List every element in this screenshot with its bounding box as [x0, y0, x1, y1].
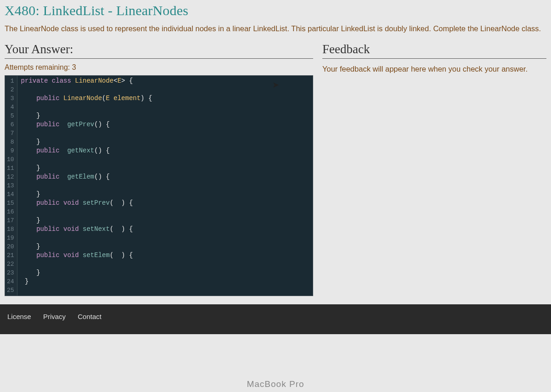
license-link[interactable]: License [7, 313, 31, 320]
privacy-link[interactable]: Privacy [43, 313, 66, 320]
cursor-icon: ➤ [272, 80, 279, 90]
line-number-gutter: 1234567891011121314151617181920212223242… [5, 76, 17, 296]
feedback-placeholder: Your feedback will appear here when you … [322, 63, 546, 75]
your-answer-heading: Your Answer: [5, 42, 313, 59]
problem-description: The LinearNode class is used to represen… [5, 23, 546, 35]
page-title: X480: LinkedList - LinearNodes [5, 3, 546, 18]
answer-column: Your Answer: Attempts remaining: 3 12345… [5, 42, 313, 296]
code-editor[interactable]: 1234567891011121314151617181920212223242… [5, 75, 313, 296]
feedback-column: Feedback Your feedback will appear here … [322, 42, 546, 75]
code-area[interactable]: private class LinearNode<E> { public Lin… [17, 76, 313, 296]
page-footer: License Privacy Contact [0, 304, 551, 334]
macbook-label: MacBook Pro [247, 379, 304, 389]
contact-link[interactable]: Contact [78, 313, 101, 320]
attempts-remaining: Attempts remaining: 3 [5, 63, 313, 72]
feedback-heading: Feedback [322, 42, 546, 59]
